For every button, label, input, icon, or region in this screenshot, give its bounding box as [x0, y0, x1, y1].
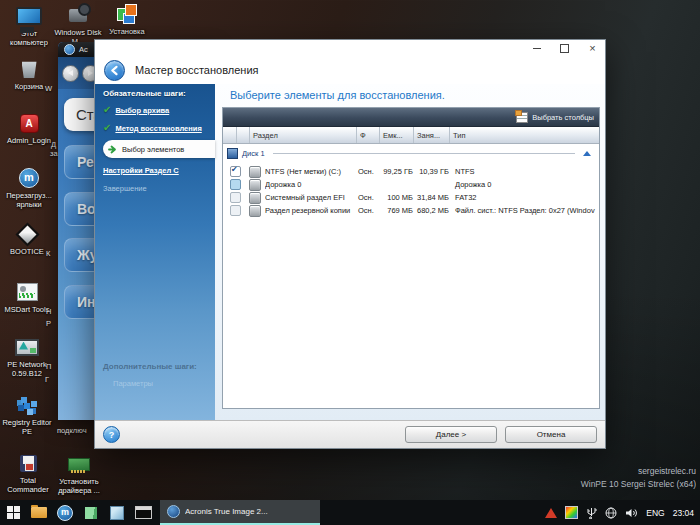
window-icon — [110, 506, 124, 520]
row-checkbox[interactable] — [230, 205, 241, 216]
language-indicator[interactable]: ENG — [646, 508, 664, 518]
tray-usb-icon[interactable] — [586, 507, 597, 519]
wizard-titlebar: × — [95, 40, 605, 56]
partition-icon — [249, 166, 261, 178]
minimize-icon[interactable] — [532, 44, 541, 53]
wizard-steps-sidebar: Обязательные шаги: ✔ Выбор архива ✔ Мето… — [95, 84, 215, 420]
help-button[interactable]: ? — [103, 426, 120, 443]
next-button[interactable]: Далее > — [405, 426, 497, 443]
system-tray: ENG 23:04 — [545, 506, 700, 519]
check-icon: ✔ — [103, 123, 111, 133]
desktop-icon-total-commander[interactable]: Total Commander — [1, 452, 55, 495]
partitions-table: Выбрать столбцы Раздел Ф Емк... Заня... … — [222, 107, 600, 409]
desktop-icon-restart-shortcuts[interactable]: Перезагруз... ярлыки — [2, 167, 56, 210]
acronis-task-icon — [167, 505, 180, 518]
clock[interactable]: 23:04 — [673, 508, 694, 518]
hidden-icon-label-fragment[interactable]: Р — [46, 319, 51, 328]
taskbar-file-explorer[interactable] — [26, 500, 52, 525]
column-header-capacity[interactable]: Емк... — [379, 127, 413, 143]
computer-icon — [16, 5, 42, 27]
page-title: Выберите элементы для восстановления. — [215, 87, 605, 107]
m-circle-icon — [57, 505, 73, 521]
column-header-partition[interactable]: Раздел — [249, 127, 356, 143]
nav-back-icon[interactable] — [62, 65, 79, 82]
taskbar-shortcuts-app[interactable] — [52, 500, 78, 525]
install-icon — [117, 3, 137, 25]
step-options: Параметры — [113, 377, 215, 389]
taskbar-cmd[interactable] — [130, 500, 156, 525]
taskbar-notes-app[interactable] — [78, 500, 104, 525]
step-finish: Завершение — [103, 182, 215, 194]
folder-icon — [31, 507, 47, 518]
wizard-main-panel: Выберите элементы для восстановления. Вы… — [215, 84, 605, 420]
registry-cubes-icon — [24, 394, 30, 416]
table-toolbar: Выбрать столбцы — [223, 108, 599, 127]
hidden-icon-label-fragment[interactable]: П — [46, 362, 51, 371]
wizard-footer: ? Далее > Отмена — [95, 420, 605, 448]
back-button[interactable] — [104, 60, 125, 81]
required-steps-header: Обязательные шаги: — [103, 89, 215, 98]
column-header-type[interactable]: Тип — [449, 127, 599, 143]
disk-tool-icon — [69, 4, 87, 26]
row-checkbox[interactable] — [230, 192, 241, 203]
tray-red-triangle-icon[interactable] — [545, 508, 557, 518]
acronis-main-title: Ac — [79, 45, 88, 54]
desktop-icon-admin-login[interactable]: Admin_Login — [2, 112, 56, 145]
start-button[interactable] — [0, 500, 26, 525]
pci-card-icon — [68, 453, 90, 475]
hidden-icon-label-fragment[interactable]: Г — [45, 375, 49, 384]
desktop-icon-pe-network[interactable]: PE Network 0.59.B12 — [0, 336, 54, 379]
desktop: Этот компьютер Windows Disk M... Установ… — [0, 0, 700, 525]
disk-icon — [227, 148, 238, 159]
tray-volume-icon[interactable] — [625, 507, 638, 519]
step-archive-selection[interactable]: ✔ Выбор архива — [103, 104, 215, 116]
check-icon: ✔ — [103, 105, 111, 115]
tray-display-colors-icon[interactable] — [565, 506, 578, 519]
partition-icon — [249, 192, 261, 204]
column-header-flag[interactable]: Ф — [356, 127, 379, 143]
command-prompt-icon — [135, 506, 152, 519]
floppy-icon — [20, 452, 37, 474]
recovery-wizard-window: × Мастер восстановления Обязательные шаг… — [95, 40, 605, 448]
table-header-row: Раздел Ф Емк... Заня... Тип — [223, 127, 599, 144]
hidden-icon-label-fragment[interactable]: Н — [46, 307, 51, 316]
disk-group-row[interactable]: Диск 1 — [223, 144, 599, 161]
wizard-header: Мастер восстановления — [95, 56, 605, 84]
table-row[interactable]: Дорожка 0 Дорожка 0 — [223, 178, 599, 191]
table-row[interactable]: NTFS (Нет метки) (C:) Осн. 99,25 ГБ 10,3… — [223, 165, 599, 178]
taskbar-window-app[interactable] — [104, 500, 130, 525]
close-icon[interactable]: × — [588, 44, 597, 53]
hidden-icon-label-fragment[interactable]: за — [50, 149, 58, 158]
taskbar-task-acronis[interactable]: Acronis True Image 2... — [160, 500, 320, 525]
table-row[interactable]: Раздел резервной копии Осн. 769 МБ 680,2… — [223, 204, 599, 217]
msdart-icon — [17, 281, 38, 303]
step-item-selection-current[interactable]: Выбор элементов — [103, 140, 215, 158]
collapse-chevron-icon[interactable] — [583, 151, 591, 156]
step-partition-settings[interactable]: Настройки Раздел C — [103, 164, 215, 176]
partition-icon — [249, 179, 261, 191]
hidden-icon-label-fragment[interactable]: подключ — [57, 426, 87, 435]
row-checkbox[interactable] — [230, 179, 241, 190]
maximize-icon[interactable] — [560, 44, 569, 53]
hidden-icon-label-fragment[interactable]: Д — [51, 140, 56, 149]
cancel-button[interactable]: Отмена — [505, 426, 597, 443]
m-circle-icon — [19, 167, 39, 189]
desktop-icon-install[interactable]: Установка — [100, 3, 154, 36]
hidden-icon-label-fragment[interactable]: W — [45, 84, 52, 93]
wizard-title: Мастер восстановления — [135, 64, 258, 76]
choose-columns-button[interactable]: Выбрать столбцы — [516, 112, 594, 123]
tray-network-globe-icon[interactable] — [605, 507, 617, 519]
note-icon — [85, 507, 97, 519]
row-checkbox[interactable] — [230, 166, 241, 177]
optional-steps-header: Дополнительные шаги: — [103, 362, 198, 371]
desktop-icon-this-computer[interactable]: Этот компьютер — [2, 5, 56, 48]
desktop-icon-registry-editor[interactable]: Registry Editor PE — [0, 394, 54, 437]
admin-icon — [20, 112, 39, 134]
desktop-icon-install-drivers[interactable]: Установить драйвера ... — [52, 453, 106, 496]
step-recovery-method[interactable]: ✔ Метод восстановления — [103, 122, 215, 134]
column-header-used[interactable]: Заня... — [413, 127, 449, 143]
bootice-icon — [19, 223, 36, 245]
table-row[interactable]: Системный раздел EFI Осн. 100 МБ 31,84 М… — [223, 191, 599, 204]
network-monitor-icon — [15, 336, 39, 358]
hidden-icon-label-fragment[interactable]: К — [46, 249, 50, 258]
